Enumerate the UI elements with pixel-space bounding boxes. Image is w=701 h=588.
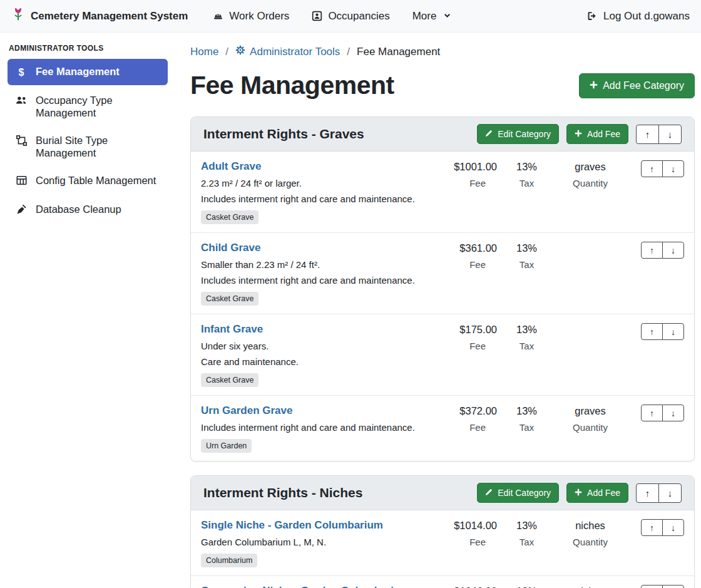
fee-reorder-group: ↑ ↓ — [624, 160, 684, 177]
pencil-icon — [485, 488, 493, 498]
fee-tax-col: 13% Tax — [497, 160, 556, 188]
edit-category-button[interactable]: Edit Category — [477, 483, 559, 503]
move-fee-down-button[interactable]: ↓ — [662, 323, 684, 340]
add-fee-button[interactable]: Add Fee — [566, 483, 628, 503]
fee-description: Includes interment right and care and ma… — [201, 193, 416, 204]
fee-name-link[interactable]: Child Grave — [201, 242, 260, 254]
fee-reorder-group: ↑ ↓ — [624, 405, 684, 421]
fee-description: Under six years. — [201, 341, 416, 351]
page-header: Fee Management Add Fee Category — [190, 71, 695, 100]
fee-quantity-label: Quantity — [556, 178, 624, 188]
arrow-up-icon: ↑ — [645, 488, 650, 498]
edit-category-label: Edit Category — [498, 488, 551, 498]
sidebar-item-database-cleanup[interactable]: Database Cleanup — [8, 197, 168, 224]
fee-quantity-col: graves Quantity — [556, 405, 624, 433]
vector-square-icon — [15, 135, 28, 148]
sidebar-item-fee-management[interactable]: $ Fee Management — [8, 59, 168, 85]
move-fee-up-button[interactable]: ↑ — [641, 585, 663, 588]
move-fee-up-button[interactable]: ↑ — [641, 160, 663, 177]
fee-name-link[interactable]: Urn Garden Grave — [201, 405, 292, 417]
fee-tax-label: Tax — [497, 259, 556, 270]
page-title: Fee Management — [190, 71, 394, 100]
move-fee-up-button[interactable]: ↑ — [641, 323, 663, 340]
move-fee-down-button[interactable]: ↓ — [662, 242, 684, 259]
fee-amount: $175.00 — [422, 324, 497, 336]
add-fee-label: Add Fee — [587, 129, 620, 139]
fee-quantity-label: Quantity — [556, 422, 624, 433]
fee-row: Urn Garden Grave Includes interment righ… — [191, 395, 694, 461]
fee-reorder-group: ↑ ↓ — [624, 585, 684, 588]
users-icon — [15, 95, 28, 108]
breadcrumb-admin-tools-link[interactable]: Administrator Tools — [235, 45, 340, 58]
breadcrumb: Home / Administrator Tools / Fee Managem… — [190, 45, 695, 58]
fee-quantity-col: graves Quantity — [556, 160, 624, 188]
category-actions: Edit Category Add Fee ↑ ↓ — [477, 483, 682, 503]
move-fee-down-button[interactable]: ↓ — [662, 405, 684, 421]
move-fee-down-button[interactable]: ↓ — [662, 585, 684, 588]
sidebar-item-label: Fee Management — [36, 65, 120, 78]
edit-category-label: Edit Category — [498, 129, 551, 139]
nav-more[interactable]: More — [412, 10, 452, 23]
move-category-down-button[interactable]: ↓ — [658, 125, 682, 144]
hard-hat-icon — [213, 11, 223, 21]
sidebar-item-label: Config Table Management — [36, 174, 156, 187]
sidebar-item-burial-site-type-management[interactable]: Burial Site Type Management — [8, 128, 168, 165]
plus-icon — [575, 129, 582, 139]
fee-row: Child Grave Smaller than 2.23 m² / 24 ft… — [191, 232, 694, 314]
app-title: Cemetery Management System — [31, 10, 188, 23]
sidebar-item-config-table-management[interactable]: Config Table Management — [8, 168, 168, 194]
person-frame-icon — [312, 11, 322, 21]
chevron-down-icon — [443, 12, 451, 20]
sidebar-item-label: Database Cleanup — [36, 203, 121, 215]
move-category-down-button[interactable]: ↓ — [658, 483, 682, 503]
fee-amount-col: $1001.00 Fee — [422, 160, 497, 188]
move-fee-down-button[interactable]: ↓ — [662, 519, 684, 536]
fee-name-link[interactable]: Infant Grave — [201, 323, 263, 336]
add-fee-category-button[interactable]: Add Fee Category — [579, 73, 695, 98]
app-brand[interactable]: Cemetery Management System — [11, 7, 188, 25]
category-header: Interment Rights - Niches Edit Category … — [191, 476, 694, 510]
fee-tax: 13% — [497, 161, 556, 173]
category-actions: Edit Category Add Fee ↑ ↓ — [477, 124, 682, 144]
nav-work-orders[interactable]: Work Orders — [213, 10, 289, 23]
breadcrumb-current: Fee Management — [357, 46, 440, 58]
move-category-up-button[interactable]: ↑ — [636, 125, 659, 144]
fee-amount-col: $175.00 Fee — [422, 323, 497, 351]
tulip-logo-icon — [11, 7, 25, 25]
fee-description: Includes interment right and care and ma… — [201, 275, 416, 286]
move-fee-up-button[interactable]: ↑ — [641, 242, 663, 259]
move-category-up-button[interactable]: ↑ — [636, 483, 659, 503]
fee-type-badge: Casket Grave — [201, 373, 258, 387]
fee-amount-col: $361.00 Fee — [422, 242, 497, 270]
fee-tax-label: Tax — [497, 537, 556, 547]
nav-work-orders-label: Work Orders — [229, 10, 289, 23]
fee-quantity-unit: niches — [556, 520, 624, 532]
fee-name-link[interactable]: Companion Niche - Garden Columbarium — [201, 585, 409, 588]
breadcrumb-separator: / — [225, 46, 228, 58]
move-fee-up-button[interactable]: ↑ — [641, 405, 663, 421]
move-fee-down-button[interactable]: ↓ — [662, 160, 684, 177]
sidebar-heading: ADMINISTRATOR TOOLS — [9, 44, 166, 53]
nav-occupancies[interactable]: Occupancies — [312, 10, 389, 23]
fee-name-link[interactable]: Adult Grave — [201, 160, 261, 173]
edit-category-button[interactable]: Edit Category — [477, 124, 559, 144]
arrow-up-icon: ↑ — [645, 129, 650, 140]
sidebar-item-label: Burial Site Type Management — [36, 134, 160, 159]
arrow-down-icon: ↓ — [671, 523, 675, 533]
move-fee-up-button[interactable]: ↑ — [641, 519, 663, 536]
fee-type-badge: Urn Garden — [201, 439, 252, 453]
sidebar-item-occupancy-type-management[interactable]: Occupancy Type Management — [8, 88, 168, 125]
fee-category-card-graves: Interment Rights - Graves Edit Category … — [190, 116, 695, 462]
fee-tax: 13% — [497, 585, 556, 588]
breadcrumb-home-link[interactable]: Home — [190, 46, 218, 58]
fee-info: Urn Garden Grave Includes interment righ… — [201, 405, 422, 453]
admin-tools-sidebar: ADMINISTRATOR TOOLS $ Fee Management Occ… — [0, 33, 175, 232]
plus-icon — [590, 80, 598, 91]
arrow-up-icon: ↑ — [650, 164, 654, 174]
fee-quantity-col — [556, 242, 624, 242]
fee-amount: $1646.00 — [422, 585, 497, 588]
fee-name-link[interactable]: Single Niche - Garden Columbarium — [201, 519, 383, 532]
add-fee-button[interactable]: Add Fee — [566, 124, 628, 144]
add-fee-category-label: Add Fee Category — [603, 80, 684, 91]
logout-link[interactable]: Log Out d.gowans — [586, 10, 690, 23]
